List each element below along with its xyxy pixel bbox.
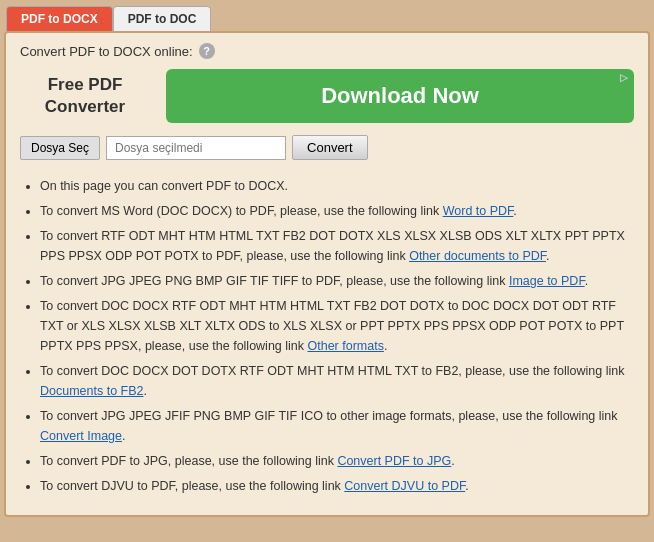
list-item-text-after: .	[465, 479, 468, 493]
list-item-text-after: .	[585, 274, 588, 288]
upload-row: Dosya Seç Convert	[20, 135, 634, 160]
list-item-text-after: .	[122, 429, 125, 443]
list-item-text: To convert DJVU to PDF, please, use the …	[40, 479, 344, 493]
list-item-text-after: .	[144, 384, 147, 398]
list-item-link[interactable]: Convert Image	[40, 429, 122, 443]
list-item-link[interactable]: Other documents to PDF	[409, 249, 546, 263]
list-item-link[interactable]: Other formats	[308, 339, 384, 353]
tab-pdf-docx[interactable]: PDF to DOCX	[6, 6, 113, 31]
ad-download-button[interactable]: Download Now ▷	[166, 69, 634, 123]
list-item-text-after: .	[451, 454, 454, 468]
list-item: To convert DOC DOCX DOT DOTX RTF ODT MHT…	[40, 361, 634, 401]
list-item-text-after: .	[513, 204, 516, 218]
list-item: To convert DJVU to PDF, please, use the …	[40, 476, 634, 496]
list-item-text-after: .	[546, 249, 549, 263]
list-item: To convert MS Word (DOC DOCX) to PDF, pl…	[40, 201, 634, 221]
list-item-text: On this page you can convert PDF to DOCX…	[40, 179, 288, 193]
choose-file-button[interactable]: Dosya Seç	[20, 136, 100, 160]
list-item: To convert DOC DOCX RTF ODT MHT HTM HTML…	[40, 296, 634, 356]
list-item: On this page you can convert PDF to DOCX…	[40, 176, 634, 196]
list-item: To convert JPG JPEG PNG BMP GIF TIF TIFF…	[40, 271, 634, 291]
list-item: To convert PDF to JPG, please, use the f…	[40, 451, 634, 471]
list-item-text: To convert DOC DOCX DOT DOTX RTF ODT MHT…	[40, 364, 624, 378]
list-item-text: To convert PDF to JPG, please, use the f…	[40, 454, 337, 468]
info-list: On this page you can convert PDF to DOCX…	[20, 176, 634, 496]
convert-button[interactable]: Convert	[292, 135, 368, 160]
tabs-bar: PDF to DOCX PDF to DOC	[0, 0, 654, 31]
tab-pdf-doc[interactable]: PDF to DOC	[113, 6, 212, 31]
list-item-link[interactable]: Image to PDF	[509, 274, 585, 288]
ad-button-label: Download Now	[321, 83, 479, 108]
list-item-text: To convert MS Word (DOC DOCX) to PDF, pl…	[40, 204, 443, 218]
list-item-link[interactable]: Convert DJVU to PDF	[344, 479, 465, 493]
help-icon[interactable]: ?	[199, 43, 215, 59]
list-item-link[interactable]: Documents to FB2	[40, 384, 144, 398]
list-item-link[interactable]: Word to PDF	[443, 204, 514, 218]
list-item-text-after: .	[384, 339, 387, 353]
list-item: To convert RTF ODT MHT HTM HTML TXT FB2 …	[40, 226, 634, 266]
ad-banner-row: Free PDF Converter Download Now ▷	[20, 69, 634, 123]
page-title: Convert PDF to DOCX online:	[20, 44, 193, 59]
list-item-text: To convert JPG JPEG PNG BMP GIF TIF TIFF…	[40, 274, 509, 288]
list-item: To convert JPG JPEG JFIF PNG BMP GIF TIF…	[40, 406, 634, 446]
list-item-text: To convert JPG JPEG JFIF PNG BMP GIF TIF…	[40, 409, 618, 423]
file-name-input[interactable]	[106, 136, 286, 160]
page-title-row: Convert PDF to DOCX online: ?	[20, 43, 634, 59]
list-item-link[interactable]: Convert PDF to JPG	[337, 454, 451, 468]
free-converter-label: Free PDF Converter	[20, 74, 150, 118]
ad-badge: ▷	[620, 72, 628, 83]
main-container: Convert PDF to DOCX online: ? Free PDF C…	[4, 31, 650, 517]
